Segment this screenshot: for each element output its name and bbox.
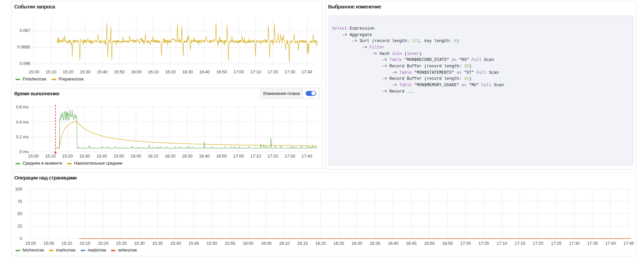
svg-text:17:30: 17:30	[569, 241, 580, 246]
svg-text:0.067: 0.067	[20, 28, 30, 33]
svg-text:15:00: 15:00	[28, 154, 39, 159]
svg-text:16:40: 16:40	[388, 241, 399, 246]
svg-text:17:30: 17:30	[284, 154, 295, 159]
svg-text:15:40: 15:40	[170, 241, 181, 246]
svg-text:15:25: 15:25	[116, 241, 127, 246]
svg-text:16:20: 16:20	[315, 241, 326, 246]
svg-text:16:45: 16:45	[406, 241, 417, 246]
svg-text:16:10: 16:10	[148, 69, 159, 74]
svg-text:16:05: 16:05	[261, 241, 272, 246]
svg-text:100: 100	[15, 187, 22, 192]
svg-text:0 ms: 0 ms	[20, 149, 29, 154]
svg-text:15:10: 15:10	[45, 69, 56, 74]
svg-text:16:30: 16:30	[351, 241, 362, 246]
svg-text:16:10: 16:10	[279, 241, 290, 246]
svg-text:75: 75	[17, 199, 22, 204]
svg-text:15:30: 15:30	[134, 241, 145, 246]
svg-text:16:35: 16:35	[370, 241, 380, 246]
svg-text:15:40: 15:40	[96, 154, 107, 159]
svg-text:17:25: 17:25	[551, 241, 562, 246]
svg-text:17:10: 17:10	[250, 69, 261, 74]
svg-text:15:10: 15:10	[45, 154, 56, 159]
svg-text:17:30: 17:30	[284, 69, 295, 74]
svg-text:15:45: 15:45	[188, 241, 199, 246]
svg-text:15:10: 15:10	[62, 241, 72, 246]
svg-text:15:30: 15:30	[79, 154, 90, 159]
svg-text:17:20: 17:20	[267, 154, 278, 159]
svg-text:15:50: 15:50	[114, 69, 125, 74]
svg-text:16:40: 16:40	[199, 154, 210, 159]
svg-text:25: 25	[17, 224, 22, 229]
svg-text:15:50: 15:50	[207, 241, 217, 246]
svg-text:16:40: 16:40	[199, 69, 210, 74]
svg-text:16:20: 16:20	[165, 154, 176, 159]
svg-text:16:10: 16:10	[148, 154, 158, 159]
svg-text:0.0665: 0.0665	[17, 44, 30, 49]
svg-text:0: 0	[20, 236, 22, 241]
svg-text:16:00: 16:00	[131, 69, 142, 74]
svg-text:16:00: 16:00	[130, 154, 141, 159]
svg-text:0.2 ms: 0.2 ms	[16, 134, 29, 139]
svg-text:15:50: 15:50	[114, 154, 124, 159]
svg-text:16:25: 16:25	[333, 241, 344, 246]
svg-text:16:30: 16:30	[182, 69, 193, 74]
svg-text:15:15: 15:15	[80, 241, 90, 246]
svg-text:17:40: 17:40	[302, 154, 312, 159]
svg-text:15:00: 15:00	[25, 241, 36, 246]
svg-text:15:00: 15:00	[29, 69, 39, 74]
svg-text:17:20: 17:20	[533, 241, 544, 246]
svg-text:15:20: 15:20	[98, 241, 109, 246]
svg-text:15:05: 15:05	[43, 241, 54, 246]
svg-text:17:40: 17:40	[302, 69, 312, 74]
svg-text:16:55: 16:55	[442, 241, 453, 246]
svg-text:17:00: 17:00	[233, 154, 244, 159]
svg-text:16:50: 16:50	[424, 241, 435, 246]
svg-text:16:50: 16:50	[216, 69, 227, 74]
svg-text:17:10: 17:10	[496, 241, 507, 246]
svg-text:16:50: 16:50	[216, 154, 227, 159]
svg-text:15:55: 15:55	[225, 241, 236, 246]
svg-text:50: 50	[17, 211, 22, 216]
svg-text:17:05: 17:05	[479, 241, 489, 246]
svg-text:17:00: 17:00	[460, 241, 471, 246]
svg-text:15:35: 15:35	[152, 241, 163, 246]
svg-text:17:40: 17:40	[605, 241, 616, 246]
svg-text:0.066: 0.066	[20, 61, 30, 66]
svg-text:17:35: 17:35	[587, 241, 598, 246]
svg-text:15:30: 15:30	[80, 69, 91, 74]
svg-text:15:20: 15:20	[62, 154, 73, 159]
svg-text:16:20: 16:20	[165, 69, 176, 74]
svg-text:15:20: 15:20	[63, 69, 73, 74]
svg-text:17:20: 17:20	[268, 69, 278, 74]
svg-text:0.4 ms: 0.4 ms	[16, 120, 29, 125]
svg-text:16:15: 16:15	[297, 241, 308, 246]
svg-text:0.6 ms: 0.6 ms	[16, 104, 29, 109]
svg-text:17:15: 17:15	[515, 241, 525, 246]
svg-text:17:10: 17:10	[250, 154, 261, 159]
svg-text:15:40: 15:40	[97, 69, 108, 74]
svg-text:17:45: 17:45	[623, 241, 634, 246]
svg-text:16:30: 16:30	[182, 154, 193, 159]
svg-text:16:00: 16:00	[243, 241, 253, 246]
svg-text:17:00: 17:00	[233, 69, 244, 74]
